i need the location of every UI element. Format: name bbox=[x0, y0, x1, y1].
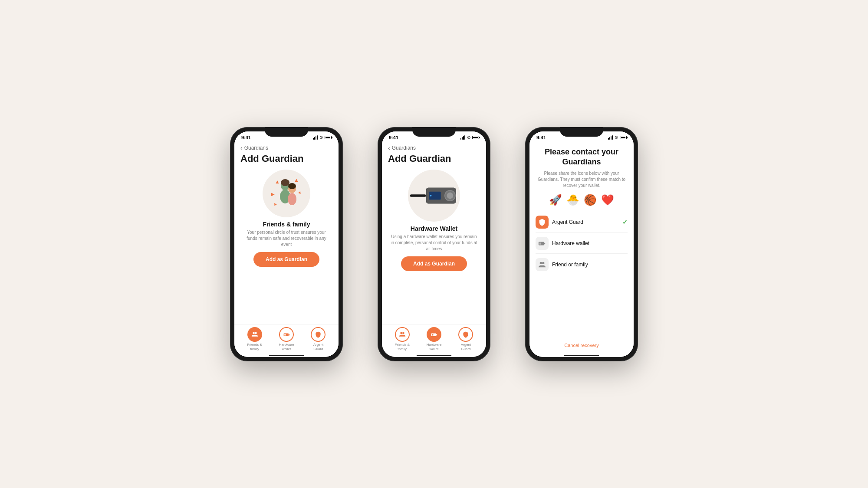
svg-point-20 bbox=[430, 195, 432, 197]
hero-title-2: Hardware Wallet bbox=[382, 225, 486, 232]
argent-shield-icon: A bbox=[538, 218, 546, 226]
friends-family-illustration: ▲ ▲ ▶ ▲ ▲ bbox=[267, 174, 306, 213]
svg-rect-16 bbox=[410, 194, 426, 197]
hardware-wallet-name: Hardware wallet bbox=[552, 240, 628, 246]
argent-guard-name: Argent Guard bbox=[552, 219, 619, 225]
svg-point-9 bbox=[281, 179, 289, 186]
nav-back-1[interactable]: ‹ Guardians bbox=[234, 142, 339, 152]
people-icon-2 bbox=[399, 331, 406, 338]
svg-text:▲: ▲ bbox=[294, 177, 299, 183]
tab-icon-friends-1 bbox=[247, 327, 262, 342]
bottom-indicator-1 bbox=[269, 355, 304, 356]
screen-2: ‹ Guardians Add Guardian bbox=[382, 142, 486, 357]
tab-argent-1[interactable]: ArgentGuard bbox=[311, 327, 326, 351]
screen-3: Please contact your Guardians Please sha… bbox=[529, 142, 634, 357]
tab-hardware-2[interactable]: Hardwarewallet bbox=[427, 327, 442, 351]
emoji-heart: ❤️ bbox=[601, 194, 614, 206]
phone-2-inner: 9:41 ⊙ ‹ bbox=[382, 131, 486, 357]
hardware-icon-wrap bbox=[536, 237, 549, 250]
svg-rect-27 bbox=[436, 334, 437, 336]
tab-hardware-1[interactable]: Hardwarewallet bbox=[279, 327, 294, 351]
friend-family-name: Friend or family bbox=[552, 262, 628, 268]
svg-point-34 bbox=[542, 262, 544, 264]
svg-point-12 bbox=[255, 332, 257, 334]
svg-text:▲: ▲ bbox=[272, 200, 278, 206]
tab-label-friends-1: Friends &family bbox=[247, 343, 262, 351]
screen-1: ‹ Guardians Add Guardian ▲ ▲ ▶ ▲ ▲ bbox=[234, 142, 339, 357]
tab-argent-2[interactable]: ArgentGuard bbox=[458, 327, 473, 351]
svg-rect-31 bbox=[544, 243, 546, 245]
hero-desc-2: Using a hardware wallet ensures you rema… bbox=[382, 234, 486, 252]
status-time-1: 9:41 bbox=[241, 135, 251, 140]
guardian-list-item-argent: A Argent Guard ✓ bbox=[536, 212, 628, 233]
hero-circle-2 bbox=[408, 170, 460, 222]
contact-screen: Please contact your Guardians Please sha… bbox=[529, 142, 634, 353]
shield-icon-1 bbox=[315, 331, 322, 338]
hero-desc-1: Your personal circle of trust ensures yo… bbox=[234, 229, 339, 248]
phones-container: 9:41 ⊙ ‹ bbox=[230, 127, 638, 361]
svg-point-11 bbox=[253, 332, 255, 334]
tab-friends-2[interactable]: Friends &family bbox=[395, 327, 410, 351]
emoji-rocket: 🚀 bbox=[549, 194, 562, 206]
hero-title-1: Friends & family bbox=[234, 221, 339, 228]
svg-text:▶: ▶ bbox=[271, 192, 275, 197]
add-guardian-btn-2[interactable]: Add as Guardian bbox=[401, 256, 467, 271]
status-icons-3: ⊙ bbox=[608, 135, 627, 140]
notch-1 bbox=[265, 127, 308, 137]
hardware-icon-1 bbox=[283, 331, 290, 338]
svg-rect-28 bbox=[432, 334, 433, 336]
battery-icon-3 bbox=[620, 136, 627, 139]
wifi-icon-3: ⊙ bbox=[615, 135, 618, 140]
back-arrow-2[interactable]: ‹ bbox=[388, 144, 390, 151]
battery-icon-2 bbox=[472, 136, 479, 139]
nav-back-2[interactable]: ‹ Guardians bbox=[382, 142, 486, 152]
tab-icon-hardware-1 bbox=[279, 327, 294, 342]
tab-icon-argent-1 bbox=[311, 327, 326, 342]
tab-icon-argent-2 bbox=[458, 327, 473, 342]
page-title-2: Add Guardian bbox=[382, 152, 486, 168]
svg-point-23 bbox=[447, 192, 454, 199]
status-icons-2: ⊙ bbox=[460, 135, 479, 140]
svg-point-25 bbox=[402, 332, 404, 334]
back-arrow-1[interactable]: ‹ bbox=[240, 144, 243, 151]
shield-icon-2 bbox=[462, 331, 469, 338]
add-guardian-btn-1[interactable]: Add as Guardian bbox=[253, 252, 319, 267]
argent-icon-wrap: A bbox=[536, 216, 549, 229]
notch-3 bbox=[560, 127, 603, 137]
cancel-recovery-link[interactable]: Cancel recovery bbox=[536, 339, 628, 348]
status-time-2: 9:41 bbox=[389, 135, 398, 140]
svg-rect-15 bbox=[284, 334, 286, 336]
tab-label-argent-2: ArgentGuard bbox=[461, 343, 471, 351]
friend-icon-wrap bbox=[536, 258, 549, 271]
emoji-basketball: 🏀 bbox=[584, 194, 597, 206]
svg-point-24 bbox=[400, 332, 402, 334]
svg-text:▲: ▲ bbox=[297, 189, 303, 195]
svg-text:A: A bbox=[541, 221, 543, 225]
tab-icon-hardware-2 bbox=[427, 327, 441, 342]
bottom-indicator-3 bbox=[564, 355, 599, 356]
svg-point-8 bbox=[288, 193, 296, 205]
page-title-1: Add Guardian bbox=[234, 152, 339, 168]
tab-label-friends-2: Friends &family bbox=[395, 343, 410, 351]
nav-label-1: Guardians bbox=[244, 145, 268, 151]
svg-text:▲: ▲ bbox=[275, 179, 280, 185]
wifi-icon-2: ⊙ bbox=[467, 135, 470, 140]
svg-point-33 bbox=[540, 262, 542, 264]
hardware-wallet-illustration bbox=[408, 183, 460, 209]
tab-label-argent-1: ArgentGuard bbox=[313, 343, 324, 351]
contact-desc: Please share the icons below with your G… bbox=[536, 170, 628, 189]
phone-1-inner: 9:41 ⊙ ‹ bbox=[234, 131, 339, 357]
argent-check: ✓ bbox=[622, 219, 628, 226]
signal-icon-1 bbox=[313, 135, 318, 140]
battery-icon-1 bbox=[325, 136, 332, 139]
phone-1: 9:41 ⊙ ‹ bbox=[230, 127, 343, 361]
bottom-tabs-1: Friends &family Hardwarewallet bbox=[234, 324, 339, 353]
hero-circle-1: ▲ ▲ ▶ ▲ ▲ bbox=[263, 170, 310, 217]
svg-rect-14 bbox=[289, 334, 289, 336]
tab-label-hardware-2: Hardwarewallet bbox=[427, 343, 442, 351]
tab-friends-1[interactable]: Friends &family bbox=[247, 327, 262, 351]
contact-title: Please contact your Guardians bbox=[536, 147, 628, 167]
guardian-list-item-hardware: Hardware wallet bbox=[536, 233, 628, 254]
phone-2: 9:41 ⊙ ‹ bbox=[378, 127, 490, 361]
hardware-icon-2 bbox=[431, 331, 437, 338]
